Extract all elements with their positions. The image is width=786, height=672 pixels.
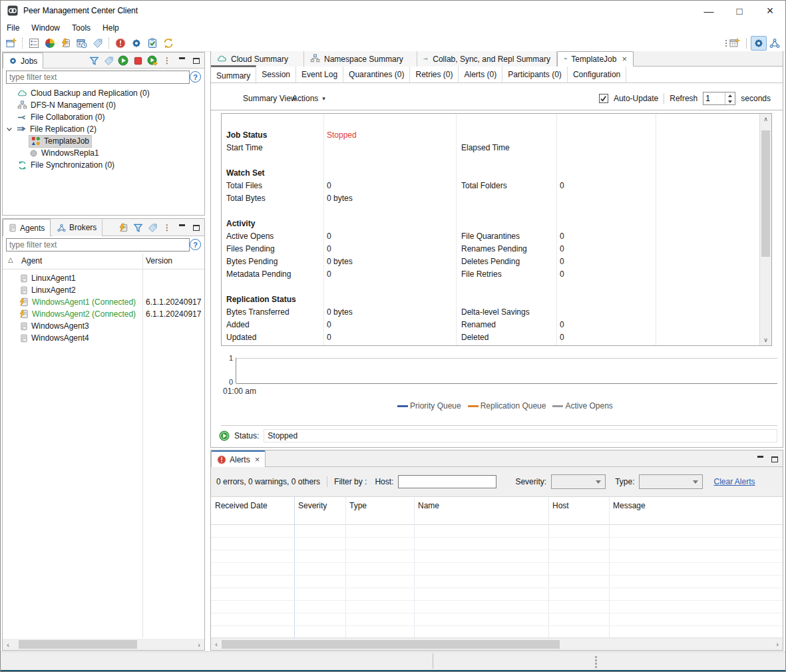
type-dropdown[interactable]	[639, 474, 703, 489]
tab-collab-sync-repl-summary[interactable]: Collab, Sync, and Repl Summary	[417, 51, 557, 67]
scrollbar-thumb[interactable]	[19, 640, 137, 649]
menu-help[interactable]: Help	[97, 21, 125, 35]
agent-row[interactable]: LinuxAgent2	[20, 284, 76, 296]
view-menu-icon[interactable]: ⋮	[160, 221, 174, 234]
tree-item-file-collaboration[interactable]: File Collaboration (0)	[17, 111, 104, 123]
subtab-alerts[interactable]: Alerts (0)	[459, 67, 502, 83]
help-icon[interactable]: ?	[190, 239, 201, 250]
tab-cloud-summary[interactable]: Cloud Summary	[211, 51, 304, 67]
column-header[interactable]: Severity	[294, 497, 345, 524]
subtab-event-log[interactable]: Event Log	[296, 67, 343, 83]
calendar-icon[interactable]	[74, 36, 90, 51]
column-header-version[interactable]: Version	[146, 256, 172, 265]
sort-asc-icon[interactable]: △	[8, 256, 13, 263]
tab-templatejob[interactable]: TemplateJob ×	[557, 51, 634, 67]
column-divider[interactable]	[142, 253, 143, 638]
tree-item-file-synchronization[interactable]: File Synchronization (0)	[17, 159, 114, 171]
minimize-view-icon[interactable]	[175, 221, 188, 234]
new-job-icon[interactable]	[3, 36, 19, 51]
tree-item-cloud-backup[interactable]: Cloud Backup and Replication (0)	[17, 87, 150, 99]
summary-vertical-scrollbar[interactable]: ∧ ∨	[759, 114, 771, 345]
filter-funnel-icon[interactable]	[131, 221, 144, 234]
column-header[interactable]: Received Date	[211, 497, 294, 524]
tree-item-dfsn[interactable]: DFS-N Management (0)	[17, 99, 116, 111]
column-header[interactable]: Name	[414, 497, 548, 524]
agent-row[interactable]: WindowsAgent3	[20, 320, 89, 332]
filter-funnel-icon[interactable]	[87, 54, 100, 67]
minimize-view-icon[interactable]	[753, 452, 767, 466]
start-job-icon[interactable]	[116, 54, 130, 67]
tab-brokers[interactable]: Brokers	[52, 219, 102, 236]
view-menu-icon[interactable]: ⋮	[160, 54, 174, 67]
spin-up-icon[interactable]	[725, 92, 735, 98]
checklist-icon[interactable]	[26, 36, 42, 51]
host-filter-input[interactable]	[398, 475, 496, 488]
maximize-view-icon[interactable]	[768, 452, 781, 466]
maximize-button[interactable]: □	[724, 1, 755, 21]
clear-alerts-link[interactable]: Clear Alerts	[713, 477, 755, 486]
tree-item-windowsrepla1[interactable]: WindowsRepla1	[29, 147, 99, 159]
column-header-agent[interactable]: Agent	[21, 256, 42, 265]
maximize-view-icon[interactable]	[190, 221, 203, 234]
refresh-value-input[interactable]	[703, 92, 725, 104]
subtab-retries[interactable]: Retries (0)	[410, 67, 459, 83]
help-icon[interactable]: ?	[190, 71, 201, 83]
refresh-icon[interactable]	[160, 36, 176, 51]
clipboard-check-icon[interactable]	[144, 36, 160, 51]
agent-row[interactable]: WindowsAgent4	[20, 332, 89, 344]
column-header[interactable]: Message	[609, 497, 783, 524]
alert-icon[interactable]	[112, 36, 128, 51]
subtab-configuration[interactable]: Configuration	[568, 67, 626, 83]
scroll-right-icon[interactable]: ›	[772, 639, 783, 650]
tab-jobs[interactable]: Jobs	[3, 53, 43, 69]
scroll-right-icon[interactable]: ›	[194, 639, 204, 650]
auto-update-checkbox[interactable]	[599, 94, 608, 103]
tree-item-templatejob[interactable]: TemplateJob	[29, 135, 91, 147]
close-tab-icon[interactable]: ×	[622, 54, 627, 64]
spin-down-icon[interactable]	[725, 98, 735, 104]
maximize-view-icon[interactable]	[190, 54, 203, 67]
menu-tools[interactable]: Tools	[66, 21, 97, 35]
gear-perspective-icon[interactable]	[751, 36, 767, 51]
pie-chart-icon[interactable]	[42, 36, 58, 51]
subtab-participants[interactable]: Participants (0)	[502, 67, 568, 83]
tag-icon[interactable]	[90, 36, 106, 51]
column-header[interactable]: Host	[548, 497, 609, 524]
scroll-down-icon[interactable]: ∨	[760, 335, 771, 345]
tag-icon[interactable]	[146, 221, 159, 234]
minimize-button[interactable]: —	[693, 1, 724, 21]
agents-horizontal-scrollbar[interactable]: ‹ ›	[3, 639, 204, 650]
actions-dropdown[interactable]: Actions ▾	[292, 94, 325, 103]
stop-job-icon[interactable]	[131, 54, 144, 67]
subtab-session[interactable]: Session	[256, 67, 296, 83]
tag-icon[interactable]	[102, 54, 115, 67]
close-button[interactable]: ×	[755, 1, 785, 21]
tab-namespace-summary[interactable]: Namespace Summary	[304, 51, 417, 67]
tab-agents[interactable]: Agents	[3, 219, 51, 236]
agent-flash-icon[interactable]	[58, 36, 74, 51]
agents-filter-input[interactable]	[6, 238, 190, 252]
column-header[interactable]: Type	[345, 497, 414, 524]
start-job-options-icon[interactable]	[146, 54, 159, 67]
scroll-left-icon[interactable]: ‹	[3, 639, 13, 650]
agent-row[interactable]: WindowsAgent1 (Connected) 6.1.1.20240917	[19, 296, 136, 308]
agent-flash-icon[interactable]	[116, 221, 130, 234]
agent-row[interactable]: WindowsAgent2 (Connected) 6.1.1.20240917	[19, 308, 136, 320]
gear-icon[interactable]	[128, 36, 144, 51]
menu-window[interactable]: Window	[25, 21, 66, 35]
scrollbar-thumb[interactable]	[222, 640, 560, 649]
tree-item-file-replication[interactable]: File Replication (2)	[6, 123, 97, 135]
new-table-icon[interactable]	[727, 36, 743, 51]
subtab-quarantines[interactable]: Quarantines (0)	[343, 67, 410, 83]
scroll-left-icon[interactable]: ‹	[211, 639, 222, 650]
close-tab-icon[interactable]: ×	[255, 454, 260, 464]
alerts-horizontal-scrollbar[interactable]: ‹ ›	[211, 637, 783, 650]
network-perspective-icon[interactable]	[767, 36, 783, 51]
minimize-view-icon[interactable]	[175, 54, 188, 67]
subtab-summary[interactable]: Summary	[211, 65, 256, 84]
scrollbar-thumb[interactable]	[761, 130, 770, 257]
menu-file[interactable]: File	[1, 21, 25, 35]
jobs-filter-input[interactable]	[6, 71, 190, 84]
tab-alerts[interactable]: Alerts ×	[211, 450, 266, 467]
severity-dropdown[interactable]	[551, 474, 606, 489]
